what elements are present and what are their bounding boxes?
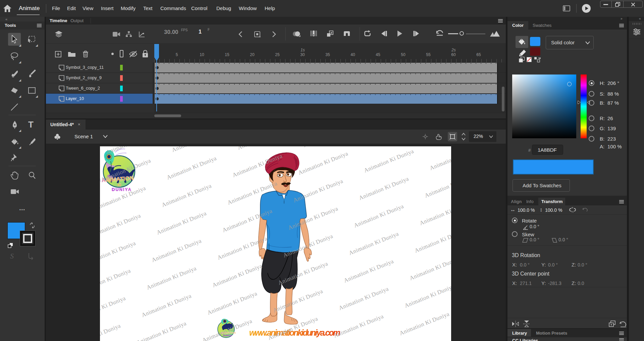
- svg-text:KI: KI: [117, 183, 121, 187]
